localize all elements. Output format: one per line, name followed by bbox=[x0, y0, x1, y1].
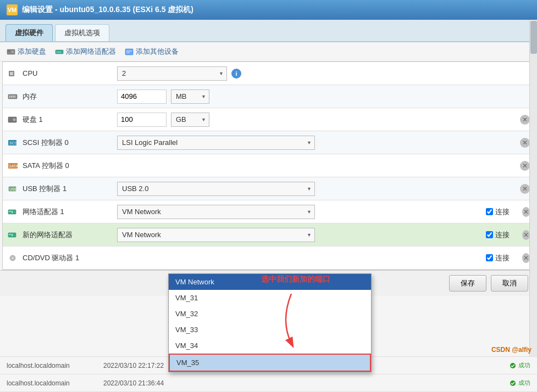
tab-hardware[interactable]: 虚拟硬件 bbox=[5, 24, 53, 41]
dropdown-item-vm34[interactable]: VM_34 bbox=[169, 338, 371, 354]
svg-rect-5 bbox=[58, 52, 59, 53]
new-nic-select[interactable]: VM Network bbox=[117, 228, 315, 242]
usb-select[interactable]: USB 2.0 bbox=[117, 182, 315, 196]
usb-remove-button[interactable]: ✕ bbox=[520, 184, 530, 194]
disk-size-input[interactable] bbox=[117, 113, 167, 127]
scsi-select-wrapper[interactable]: LSI Logic Parallel bbox=[117, 136, 315, 150]
watermark: CSDN @alfiy bbox=[491, 346, 532, 354]
dropdown-item-vm33[interactable]: VM_33 bbox=[169, 322, 371, 338]
memory-label: 内存 bbox=[23, 92, 37, 102]
svg-point-1 bbox=[12, 51, 14, 53]
nic1-row: 网络适配器 1 VM Network 连接 ✕ bbox=[3, 200, 534, 223]
settings-table: CPU 2 i bbox=[2, 61, 535, 270]
scsi-remove-button[interactable]: ✕ bbox=[520, 138, 530, 148]
dropdown-item-vm31[interactable]: VM_31 bbox=[169, 290, 371, 306]
cdrom-connect-checkbox[interactable] bbox=[486, 254, 493, 261]
new-nic-remove-button[interactable]: ✕ bbox=[522, 230, 530, 240]
cpu-icon bbox=[7, 69, 19, 78]
svg-rect-9 bbox=[126, 52, 130, 53]
scrollbar[interactable] bbox=[529, 20, 537, 392]
add-disk-label: 添加硬盘 bbox=[18, 47, 46, 57]
svg-rect-31 bbox=[12, 234, 13, 236]
cdrom-connect-label: 连接 bbox=[495, 253, 510, 263]
nic1-connect-checkbox[interactable] bbox=[486, 208, 493, 215]
success-icon-2 bbox=[510, 380, 516, 387]
cpu-select-wrapper[interactable]: 2 bbox=[117, 66, 227, 81]
scrollbar-thumb[interactable] bbox=[530, 21, 537, 54]
hard-disk-icon bbox=[7, 47, 15, 56]
usb-label: USB 控制器 1 bbox=[23, 184, 67, 194]
nic1-remove-button[interactable]: ✕ bbox=[522, 207, 530, 217]
new-nic-row: 新的网络适配器 VM Network 连接 ✕ bbox=[3, 223, 534, 247]
bg-domain-1: localhost.localdomain bbox=[7, 362, 95, 369]
svg-text:USB: USB bbox=[9, 187, 18, 191]
memory-row: 内存 MB bbox=[3, 85, 534, 108]
new-nic-connect-checkbox[interactable] bbox=[486, 231, 493, 238]
cpu-select[interactable]: 2 bbox=[117, 66, 227, 81]
disk1-label: 硬盘 1 bbox=[23, 115, 43, 125]
bg-status-1: 成功 bbox=[510, 361, 530, 369]
svg-text:SATA: SATA bbox=[9, 164, 19, 168]
usb-row: USB USB 控制器 1 USB 2.0 ✕ bbox=[3, 177, 534, 200]
title-bar: VM 编辑设置 - ubuntu05_10.0.6.35 (ESXi 6.5 虚… bbox=[0, 0, 537, 20]
add-nic-button[interactable]: 添加网络适配器 bbox=[55, 47, 116, 57]
cdrom-icon bbox=[7, 254, 19, 262]
memory-icon bbox=[7, 92, 19, 101]
svg-rect-13 bbox=[9, 96, 10, 98]
cdrom-remove-button[interactable]: ✕ bbox=[522, 253, 530, 263]
svg-rect-30 bbox=[9, 234, 11, 235]
usb-icon: USB bbox=[7, 184, 19, 193]
window-title: 编辑设置 - ubuntu05_10.0.6.35 (ESXi 6.5 虚拟机) bbox=[22, 5, 193, 15]
add-device-button[interactable]: 添加其他设备 bbox=[125, 47, 179, 57]
success-icon-1 bbox=[510, 362, 516, 369]
memory-input[interactable] bbox=[117, 89, 167, 104]
scsi-row: SCSI SCSI 控制器 0 LSI Logic Parallel ✕ bbox=[3, 131, 534, 154]
cpu-info-icon[interactable]: i bbox=[231, 69, 241, 79]
nic1-connect-label: 连接 bbox=[495, 207, 510, 217]
disk-unit-select[interactable]: GB bbox=[171, 113, 209, 127]
svg-rect-15 bbox=[13, 96, 14, 98]
usb-select-wrapper[interactable]: USB 2.0 bbox=[117, 182, 315, 196]
svg-rect-28 bbox=[12, 211, 13, 213]
cpu-row: CPU 2 i bbox=[3, 62, 534, 85]
add-device-label: 添加其他设备 bbox=[136, 47, 179, 57]
nic1-select[interactable]: VM Network bbox=[117, 205, 315, 219]
disk1-row: 硬盘 1 GB ✕ bbox=[3, 108, 534, 131]
network-dropdown: VM Network VM_31 VM_32 VM_33 VM_34 VM_35 bbox=[168, 273, 372, 372]
scsi-icon: SCSI bbox=[7, 138, 19, 147]
save-button[interactable]: 保存 bbox=[449, 275, 486, 292]
dropdown-item-vm32[interactable]: VM_32 bbox=[169, 306, 371, 322]
svg-rect-7 bbox=[125, 49, 133, 55]
svg-rect-6 bbox=[60, 52, 61, 53]
new-nic-label: 新的网络适配器 bbox=[23, 230, 73, 240]
cancel-button[interactable]: 取消 bbox=[491, 275, 528, 292]
tab-options[interactable]: 虚拟机选项 bbox=[55, 24, 109, 41]
memory-unit-select[interactable]: MB bbox=[171, 89, 209, 104]
nic-icon bbox=[55, 47, 64, 56]
disk-unit-wrapper[interactable]: GB bbox=[171, 113, 209, 127]
disk1-remove-button[interactable]: ✕ bbox=[520, 115, 530, 125]
new-nic-icon bbox=[7, 231, 19, 239]
memory-unit-wrapper[interactable]: MB bbox=[171, 89, 209, 104]
nic1-label: 网络适配器 1 bbox=[23, 207, 64, 217]
bg-row-2: localhost.localdomain 2022/03/10 21:36:4… bbox=[0, 374, 537, 392]
svg-point-19 bbox=[14, 119, 15, 120]
bg-date-2: 2022/03/10 21:36:44 bbox=[103, 379, 501, 387]
nic1-select-wrapper[interactable]: VM Network bbox=[117, 205, 315, 219]
dropdown-item-vm35[interactable]: VM_35 bbox=[169, 354, 371, 372]
scsi-select[interactable]: LSI Logic Parallel bbox=[117, 136, 315, 150]
svg-rect-2 bbox=[8, 51, 10, 52]
tab-bar: 虚拟硬件 虚拟机选项 bbox=[0, 20, 537, 42]
annotation-text: 选中我们新加的端口 bbox=[261, 275, 330, 284]
svg-rect-11 bbox=[10, 72, 13, 75]
new-nic-select-wrapper[interactable]: VM Network bbox=[117, 228, 315, 242]
scsi-label: SCSI 控制器 0 bbox=[23, 138, 69, 148]
add-disk-button[interactable]: 添加硬盘 bbox=[7, 47, 46, 57]
svg-point-33 bbox=[12, 257, 14, 259]
cdrom-label: CD/DVD 驱动器 1 bbox=[23, 253, 79, 263]
sata-label: SATA 控制器 0 bbox=[23, 161, 69, 171]
title-icon: VM bbox=[7, 4, 18, 15]
toolbar: 添加硬盘 添加网络适配器 添加其他设备 bbox=[0, 42, 537, 61]
sata-remove-button[interactable]: ✕ bbox=[520, 161, 530, 171]
disk-icon bbox=[7, 115, 19, 124]
